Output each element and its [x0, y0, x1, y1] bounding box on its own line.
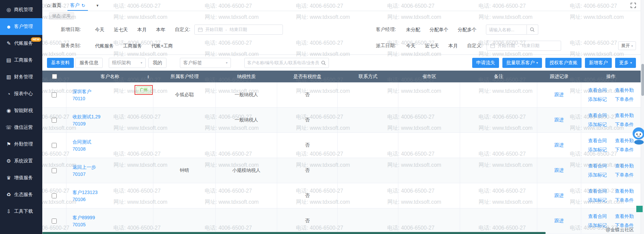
search-icon[interactable] — [321, 61, 326, 65]
service-type-option-2[interactable]: 代账+工商 — [151, 43, 173, 48]
tab-list-dropdown-icon[interactable]: ▼ — [96, 4, 99, 7]
vertical-scrollbar[interactable] — [641, 0, 644, 234]
sidebar-item-3[interactable]: ▤工商服务 — [0, 52, 42, 69]
add-date-option-3[interactable]: 本年 — [156, 27, 165, 32]
dispatch-date-option-0[interactable]: 今天 — [406, 43, 415, 48]
toolbar-action-2[interactable]: 授权客户查账 — [545, 58, 582, 68]
sidebar-item-5[interactable]: ◔报表中心 — [0, 85, 42, 102]
add-date-range-picker[interactable]: 开始日期 - 结束日期 — [194, 25, 283, 35]
customer-name-link[interactable]: 客户123123 — [72, 190, 98, 196]
row-action-2[interactable]: 添加标记 — [588, 147, 607, 153]
row-action-2[interactable]: 添加标记 — [588, 96, 607, 103]
follow-link[interactable]: 跟进 — [554, 218, 564, 224]
view-tab-1[interactable]: 服务信息 — [75, 58, 103, 68]
follow-link[interactable]: 跟进 — [554, 142, 564, 148]
sidebar-item-7[interactable]: ☏微信运营 — [0, 119, 42, 136]
sidebar-item-2[interactable]: ✎代账服务NEW — [0, 35, 42, 52]
row-action-3[interactable]: 下单条件 — [615, 197, 634, 203]
horizontal-scrollbar[interactable] — [42, 232, 641, 234]
assistant-mascot-icon[interactable] — [632, 126, 644, 146]
row-action-0[interactable]: 查看合同 — [588, 87, 607, 93]
add-date-option-1[interactable]: 近七天 — [114, 27, 128, 32]
status-filter-tag[interactable]: 状态: 正常 — [49, 12, 74, 20]
fullscreen-button[interactable] — [631, 3, 636, 8]
row-action-3[interactable]: 下单条件 — [615, 96, 634, 103]
customer-name-link[interactable]: 客户89999 — [72, 215, 95, 221]
customer-search-input[interactable] — [247, 61, 319, 65]
row-action-2[interactable]: 添加标记 — [588, 223, 607, 229]
customer-code-link[interactable]: 70107 — [72, 171, 96, 177]
sidebar-item-4[interactable]: ▥财务管理 — [0, 69, 42, 85]
toolbar-action-4[interactable]: 更多▾ — [615, 58, 636, 68]
row-checkbox[interactable] — [52, 92, 57, 98]
add-date-option-2[interactable]: 本月 — [137, 27, 147, 32]
row-action-2[interactable]: 添加标记 — [588, 172, 607, 178]
row-action-1[interactable]: 查看外勤 — [615, 113, 634, 119]
customer-code-link[interactable]: 70106 — [72, 197, 98, 202]
row-action-2[interactable]: 添加标记 — [588, 197, 607, 203]
sidebar-item-6[interactable]: ◉智能财税 — [0, 102, 42, 119]
customer-name-link[interactable]: 深圳客户 — [72, 89, 91, 95]
row-checkbox[interactable] — [52, 219, 57, 224]
refresh-icon[interactable]: ↻ — [82, 3, 85, 8]
dispatch-date-option-1[interactable]: 近七天 — [425, 43, 439, 48]
customer-tag-select[interactable]: 客户标签 ▾ — [180, 58, 231, 68]
sort-icon[interactable]: ▴▾ — [147, 75, 149, 79]
column-header-0[interactable]: 客户名称▴▾ — [66, 71, 153, 82]
follow-link[interactable]: 跟进 — [554, 117, 564, 123]
service-type-option-1[interactable]: 工商服务 — [123, 43, 142, 48]
service-type-option-0[interactable]: 代账服务 — [95, 43, 114, 48]
row-action-0[interactable]: 查看合同 — [588, 163, 607, 169]
floating-corner-button[interactable] — [636, 206, 643, 212]
vertical-scrollbar-thumb[interactable] — [641, 64, 644, 96]
select-all-checkbox[interactable] — [52, 74, 57, 79]
row-checkbox[interactable] — [52, 118, 57, 123]
toolbar-action-0[interactable]: 申请流失 — [472, 58, 499, 68]
sidebar-item-8[interactable]: ⚑外勤管理 — [0, 136, 42, 153]
mine-button[interactable]: 我的 — [148, 58, 166, 68]
tab-customers[interactable]: 客户 ↻ — [66, 0, 89, 11]
toolbar-action-1[interactable]: 批量联系客户▾ — [502, 58, 542, 68]
manager-option-2[interactable]: 分配多个 — [458, 27, 477, 32]
sidebar-item-12[interactable]: ⇩工具下载 — [0, 203, 42, 220]
customer-code-link[interactable]: 70110 — [72, 96, 91, 101]
sidebar-item-11[interactable]: ♻生态服务 — [0, 186, 42, 203]
row-action-1[interactable]: 查看外勤 — [615, 138, 634, 144]
row-action-3[interactable]: 下单条件 — [615, 172, 634, 178]
customer-code-link[interactable]: 70109 — [72, 121, 100, 126]
manager-name-input[interactable] — [486, 25, 527, 35]
row-action-1[interactable]: 查看外勤 — [615, 87, 634, 93]
row-action-2[interactable]: 添加标记 — [588, 122, 607, 128]
row-action-0[interactable]: 查看合同 — [588, 188, 607, 194]
row-action-1[interactable]: 查看外勤 — [615, 188, 634, 194]
manager-option-0[interactable]: 未分配 — [406, 27, 420, 32]
customer-name-link[interactable]: 返回上一步 — [72, 164, 96, 170]
add-date-option-0[interactable]: 今天 — [95, 27, 104, 32]
follow-link[interactable]: 跟进 — [554, 167, 564, 173]
expand-filters-button[interactable]: 展开 ▾ — [618, 41, 636, 50]
customer-code-link[interactable]: 70108 — [72, 146, 91, 152]
sidebar-item-10[interactable]: ♛增值服务 — [0, 169, 42, 186]
customer-name-link[interactable]: 收款测试1,29 — [72, 114, 100, 120]
row-action-1[interactable]: 查看外勤 — [615, 213, 634, 220]
follow-link[interactable]: 跟进 — [554, 193, 564, 199]
row-action-0[interactable]: 查看合同 — [588, 138, 607, 144]
sidebar-item-1[interactable]: ☻客户管理 — [0, 18, 42, 35]
row-checkbox[interactable] — [52, 143, 57, 148]
row-action-3[interactable]: 下单条件 — [615, 122, 634, 128]
row-checkbox[interactable] — [52, 193, 57, 198]
follow-link[interactable]: 跟进 — [554, 92, 564, 98]
horizontal-scrollbar-thumb[interactable] — [42, 232, 546, 234]
row-action-1[interactable]: 查看外勤 — [615, 163, 634, 169]
sidebar-item-0[interactable]: ◎商机管理 — [0, 1, 42, 18]
dispatch-date-option-2[interactable]: 本月 — [448, 43, 458, 48]
customer-name-link[interactable]: 合同测试 — [72, 139, 91, 145]
row-action-3[interactable]: 下单条件 — [615, 147, 634, 153]
manager-search-button[interactable] — [527, 25, 538, 35]
tab-home[interactable]: ⌂ 首页 — [47, 2, 61, 8]
manager-option-1[interactable]: 分配单个 — [430, 27, 448, 32]
dispatch-date-range-picker[interactable]: 开始日期 - 结束日期 — [487, 41, 561, 51]
view-tab-0[interactable]: 基本资料 — [47, 58, 74, 68]
toolbar-action-3[interactable]: 新增客户 — [585, 58, 612, 68]
customer-code-link[interactable]: 70105 — [72, 222, 95, 227]
